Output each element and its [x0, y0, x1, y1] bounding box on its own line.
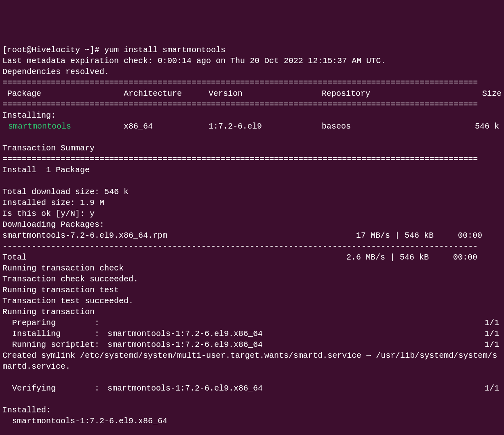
dependencies-resolved: Dependencies resolved.: [2, 67, 109, 76]
transaction-summary: Transaction Summary: [2, 144, 95, 153]
divider-dash: ----------------------------------------…: [2, 242, 478, 251]
terminal-output: [root@Hivelocity ~]# yum install smartmo…: [2, 44, 502, 435]
total-stats: 2.6 MB/s | 546 kB 00:00: [346, 252, 502, 263]
download-size: Total download size: 546 k: [2, 187, 129, 196]
header-version: Version: [209, 88, 322, 99]
step-count: 1/1: [485, 339, 502, 350]
step-installing: Installing :smartmontools-1:7.2-6.el9.x8…: [2, 328, 502, 339]
total-label: Total: [2, 252, 346, 263]
command-text: yum install smartmontools: [104, 45, 226, 55]
divider-eq: ========================================…: [2, 100, 478, 109]
txn-check: Running transaction check: [2, 264, 124, 273]
metadata-line: Last metadata expiration check: 0:00:14 …: [2, 56, 386, 65]
table-header: PackageArchitectureVersionRepositorySize: [2, 88, 502, 99]
download-row: smartmontools-7.2-6.el9.x86_64.rpm 17 MB…: [2, 230, 502, 241]
step-scriptlet: Running scriptlet:smartmontools-1:7.2-6.…: [2, 339, 502, 350]
divider-eq: ========================================…: [2, 78, 478, 87]
step-pkg: [108, 317, 485, 328]
divider-eq: ========================================…: [2, 154, 478, 164]
installed-label: Installed:: [2, 405, 51, 415]
downloading-label: Downloading Packages:: [2, 220, 104, 229]
symlink-line: Created symlink /etc/systemd/system/mult…: [2, 350, 502, 372]
step-preparing: Preparing :1/1: [2, 317, 502, 328]
install-row: smartmontoolsx86_641:7.2-6.el9baseos546 …: [2, 121, 502, 132]
step-pkg: smartmontools-1:7.2-6.el9.x86_64: [108, 328, 485, 339]
txn-test-ok: Transaction test succeeded.: [2, 296, 133, 306]
step-count: 1/1: [485, 317, 502, 328]
installed-size: Installed size: 1.9 M: [2, 198, 104, 207]
step-label: Installing :: [2, 328, 108, 339]
install-package-name: smartmontools: [2, 121, 124, 132]
step-label: Running scriptlet:: [2, 339, 108, 350]
prompt-user-host: [root@Hivelocity ~]#: [2, 45, 99, 55]
step-count: 1/1: [485, 328, 502, 339]
txn-running: Running transaction: [2, 307, 95, 317]
header-size: Size: [407, 88, 502, 99]
install-version: 1:7.2-6.el9: [209, 121, 322, 132]
step-pkg: smartmontools-1:7.2-6.el9.x86_64: [108, 339, 485, 350]
install-count: Install 1 Package: [2, 165, 90, 175]
step-label: Preparing :: [2, 317, 108, 328]
txn-check-ok: Transaction check succeeded.: [2, 275, 138, 284]
header-arch: Architecture: [124, 88, 209, 99]
install-size: 546 k: [407, 121, 502, 132]
step-count: 1/1: [485, 383, 502, 394]
step-verifying: Verifying :smartmontools-1:7.2-6.el9.x86…: [2, 383, 502, 394]
download-stats: 17 MB/s | 546 kB 00:00: [351, 230, 502, 241]
install-arch: x86_64: [124, 121, 209, 132]
install-repo: baseos: [322, 121, 407, 132]
download-filename: smartmontools-7.2-6.el9.x86_64.rpm: [2, 230, 351, 241]
installing-label: Installing:: [2, 111, 56, 120]
shell-prompt[interactable]: [root@Hivelocity ~]# yum install smartmo…: [2, 45, 226, 55]
step-pkg: smartmontools-1:7.2-6.el9.x86_64: [108, 383, 485, 394]
installed-package: smartmontools-1:7.2-6.el9.x86_64: [2, 416, 167, 426]
step-label: Verifying :: [2, 383, 108, 394]
txn-test: Running transaction test: [2, 285, 119, 295]
header-repo: Repository: [322, 88, 407, 99]
confirm-prompt[interactable]: Is this ok [y/N]: y: [2, 209, 95, 218]
total-row: Total2.6 MB/s | 546 kB 00:00: [2, 252, 502, 263]
header-package: Package: [2, 88, 124, 99]
